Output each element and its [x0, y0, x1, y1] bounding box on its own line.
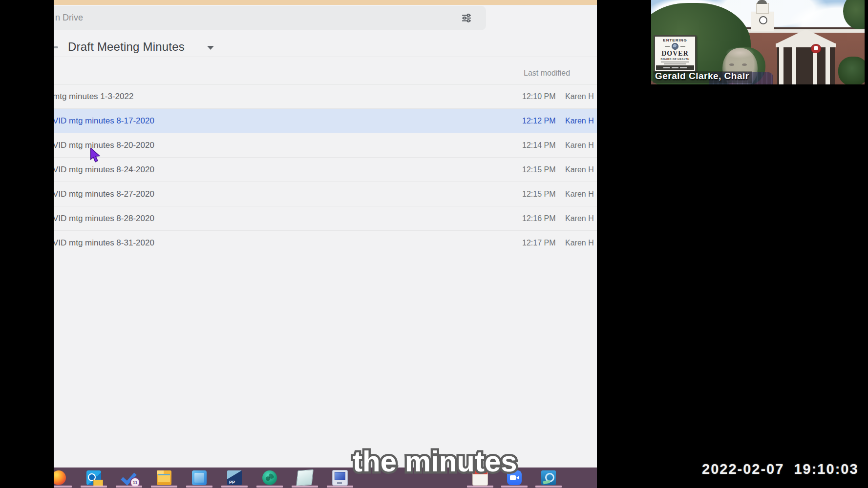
sign-small-text-bar — [665, 46, 670, 47]
file-owner: Karen H — [565, 141, 594, 150]
column — [792, 47, 796, 84]
file-owner: Karen H — [565, 117, 594, 125]
file-modified-time: 12:17 PM — [522, 239, 555, 247]
sign-dover-text: DOVER — [661, 50, 689, 57]
webcam-video: ENTERING DOVER BOARD OF HEALTH Gerald Cl… — [651, 0, 865, 84]
file-modified-time: 12:12 PM — [522, 117, 555, 125]
file-owner: Karen H — [565, 190, 594, 199]
taskbar-item-file-explorer[interactable] — [147, 468, 182, 488]
file-owner: Karen H — [565, 92, 594, 101]
globe-icon — [262, 470, 277, 485]
top-accent-bar — [54, 0, 597, 5]
notepad-icon — [296, 469, 314, 486]
taskbar-item-camera-app[interactable] — [531, 468, 566, 488]
file-explorer-icon — [157, 470, 171, 485]
video-timestamp: 2022-02-07 19:10:03 — [702, 461, 859, 477]
badge: 11 — [130, 477, 140, 488]
column — [826, 47, 830, 84]
icon-label: PP — [229, 480, 235, 485]
taskbar-item-firefox[interactable] — [54, 468, 76, 488]
search-filter-tune-icon[interactable] — [462, 13, 471, 23]
sign-board-of-health-text: BOARD OF HEALTH — [661, 58, 690, 61]
bush — [838, 57, 865, 84]
sign-footer-band — [656, 65, 694, 70]
sign-entering-text: ENTERING — [663, 38, 687, 42]
file-row[interactable]: VID mtg minutes 8-24-2020 12:15 PM Karen… — [54, 158, 597, 182]
file-owner: Karen H — [565, 214, 594, 223]
file-name: VID mtg minutes 8-17-2020 — [54, 116, 154, 126]
media-player-pp-icon: PP — [227, 470, 242, 485]
taskbar-item-media-player-pp[interactable]: PP — [217, 468, 252, 488]
search-input-text: n Drive — [55, 13, 83, 23]
cupola — [751, 12, 774, 31]
taskbar-item-photos[interactable] — [182, 468, 217, 488]
file-row[interactable]: mtg minutes 1-3-2022 12:10 PM Karen H — [54, 84, 597, 109]
file-row[interactable]: VID mtg minutes 8-27-2020 12:15 PM Karen… — [54, 182, 597, 206]
screen: { "header": { "search_text": "n Drive", … — [0, 0, 868, 488]
file-name: VID mtg minutes 8-28-2020 — [54, 214, 154, 224]
file-modified-time: 12:10 PM — [522, 92, 555, 101]
subtitle-caption: the minutes the minutes — [353, 447, 517, 476]
remote-desktop-icon — [332, 470, 348, 486]
header-divider — [54, 57, 597, 57]
mouse-cursor — [89, 148, 102, 163]
drive-window: n Drive Draft Meeting Minutes Last modif… — [54, 0, 597, 488]
sign-small-text-bar — [661, 61, 689, 62]
page-title: Draft Meeting Minutes — [68, 40, 185, 53]
file-modified-time: 12:15 PM — [522, 165, 555, 174]
camera-app-icon — [541, 470, 556, 485]
photos-icon — [192, 470, 207, 485]
outlook-icon — [86, 470, 101, 485]
file-owner: Karen H — [565, 239, 594, 247]
file-name: VID mtg minutes 8-27-2020 — [54, 189, 154, 199]
taskbar-left-group: 11PP — [54, 468, 358, 488]
file-row[interactable]: VID mtg minutes 8-28-2020 12:16 PM Karen… — [54, 206, 597, 231]
checkmark-11-icon: 11 — [122, 470, 136, 485]
town-seal-icon — [672, 43, 678, 50]
file-name: mtg minutes 1-3-2022 — [54, 92, 133, 102]
file-name: VID mtg minutes 8-24-2020 — [54, 165, 154, 175]
column — [779, 47, 783, 84]
file-name: VID mtg minutes 8-20-2020 — [54, 141, 154, 150]
file-list[interactable]: mtg minutes 1-3-2022 12:10 PM Karen H VI… — [54, 84, 597, 255]
participant-name-label: Gerald Clarke, Chair — [653, 71, 752, 83]
sign-small-text-bar — [664, 63, 686, 64]
speaker-eye — [742, 63, 747, 66]
file-modified-time: 12:14 PM — [522, 141, 555, 150]
file-name: VID mtg minutes 8-31-2020 — [54, 238, 154, 248]
portico-entablature — [776, 43, 836, 47]
clock-face — [759, 16, 767, 24]
firefox-icon — [54, 470, 66, 485]
file-modified-time: 12:16 PM — [522, 214, 555, 223]
last-modified-column-header[interactable]: Last modified — [524, 69, 570, 78]
file-row[interactable]: VID mtg minutes 8-20-2020 12:14 PM Karen… — [54, 133, 597, 158]
speaker-eye — [729, 63, 734, 66]
file-row[interactable]: VID mtg minutes 8-31-2020 12:17 PM Karen… — [54, 231, 597, 255]
search-input[interactable]: n Drive — [54, 6, 486, 30]
entering-dover-sign: ENTERING DOVER BOARD OF HEALTH — [654, 35, 697, 72]
taskbar-item-globe[interactable] — [252, 468, 287, 488]
taskbar-item-outlook[interactable] — [76, 468, 111, 488]
sign-small-text-bar — [680, 46, 685, 47]
file-row[interactable]: VID mtg minutes 8-17-2020 12:12 PM Karen… — [54, 109, 597, 133]
portico-pediment — [776, 29, 836, 44]
chevron-down-icon — [207, 46, 214, 50]
bunting-decoration — [811, 44, 821, 53]
back-arrow-fragment — [54, 46, 58, 48]
taskbar-item-checkmark-11[interactable]: 11 — [111, 468, 147, 488]
cupola-dome — [757, 0, 767, 4]
taskbar-item-notepad[interactable] — [287, 468, 322, 488]
file-modified-time: 12:15 PM — [522, 190, 555, 199]
subtitle-caption-text: the minutes — [353, 445, 517, 478]
sign-seal-row — [665, 43, 685, 50]
cupola-lantern — [756, 3, 769, 14]
file-owner: Karen H — [565, 165, 594, 174]
folder-title-button[interactable]: Draft Meeting Minutes — [68, 40, 185, 55]
